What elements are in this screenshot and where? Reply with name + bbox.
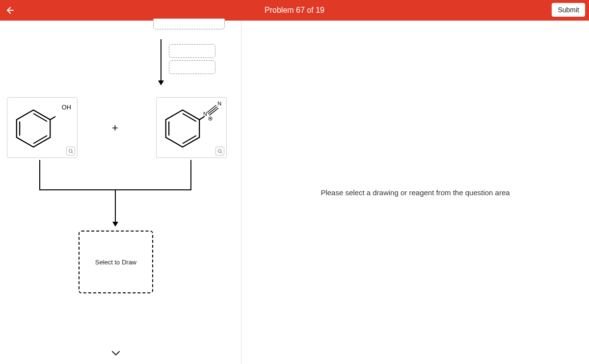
benzene-ring-icon (11, 106, 55, 151)
molecule-box-diazonium[interactable]: N N (156, 97, 227, 158)
svg-line-9 (183, 113, 196, 121)
diazonium-bond-icon: N N (202, 101, 223, 122)
zoom-button-2[interactable] (215, 147, 224, 156)
svg-line-20 (220, 152, 222, 153)
benzene-ring-icon-2 (161, 106, 205, 151)
hydroxyl-label: OH (62, 104, 72, 111)
submit-button[interactable]: Submit (552, 3, 585, 17)
back-button[interactable] (0, 0, 21, 21)
magnifier-icon (217, 149, 223, 154)
svg-line-2 (33, 113, 47, 121)
drawing-panel-placeholder: Please select a drawing or reagent from … (321, 188, 509, 197)
svg-line-7 (71, 152, 73, 153)
molecule-box-phenol[interactable]: OH (7, 97, 78, 158)
drawing-panel: Please select a drawing or reagent from … (241, 21, 589, 364)
content-area: OH + N N (0, 21, 589, 364)
svg-point-19 (218, 149, 221, 152)
question-area: OH + N N (0, 21, 241, 364)
submit-label: Submit (558, 6, 579, 14)
svg-line-3 (33, 135, 47, 143)
nitrogen-1-label: N (203, 111, 207, 117)
topbar: Problem 67 of 19 Submit (0, 0, 589, 21)
draw-product-box[interactable]: Select to Draw (79, 231, 153, 293)
svg-line-5 (50, 114, 55, 120)
reaction-arrow-1 (161, 39, 161, 84)
arrow-left-icon (5, 5, 15, 15)
svg-marker-1 (17, 110, 50, 147)
svg-marker-8 (166, 110, 199, 147)
svg-line-10 (183, 135, 196, 143)
reaction-arrow-2 (115, 189, 116, 226)
top-dashed-box[interactable] (153, 19, 225, 29)
scroll-down-button[interactable] (109, 346, 123, 362)
reagent-slot-1[interactable] (169, 44, 215, 58)
page-title: Problem 67 of 19 (265, 6, 324, 15)
plus-symbol: + (112, 122, 118, 134)
merge-line-left (39, 160, 40, 190)
zoom-button-1[interactable] (66, 147, 75, 156)
chevron-down-icon (109, 346, 123, 360)
merge-line-right (190, 160, 191, 190)
draw-target-label: Select to Draw (95, 259, 137, 266)
magnifier-icon (68, 149, 74, 154)
nitrogen-2-label: N (217, 101, 221, 106)
reagent-slot-2[interactable] (169, 60, 215, 74)
svg-point-6 (69, 149, 72, 152)
